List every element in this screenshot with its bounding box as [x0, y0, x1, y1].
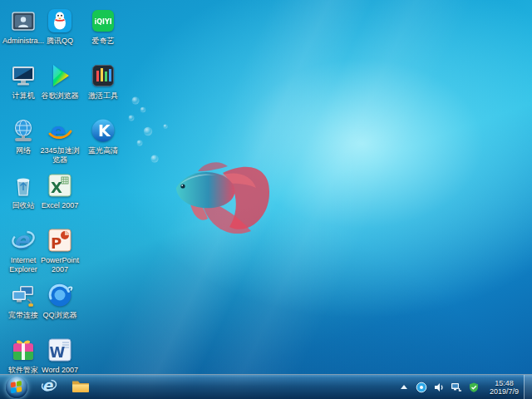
- browser-e-icon: e: [46, 116, 74, 145]
- svg-text:P: P: [51, 234, 62, 252]
- volume-icon[interactable]: [433, 381, 446, 393]
- taskbar-clock[interactable]: 15:48 2019/7/9: [490, 379, 519, 396]
- k-circle-icon: K: [89, 116, 117, 145]
- wallpaper-fish-art: [125, 83, 308, 249]
- icon-label: 谷歌浏览器: [37, 91, 83, 101]
- internet-explorer-icon: e: [9, 226, 37, 254]
- recycle-bin-icon: [9, 171, 37, 200]
- clock-time: 15:48: [490, 379, 519, 387]
- desktop-icon-iqiyi[interactable]: iQIYI 爱奇艺: [80, 7, 126, 46]
- software-manager-icon: [9, 336, 37, 364]
- icon-label: 激活工具: [80, 91, 126, 101]
- desktop-icon-powerpoint[interactable]: P PowerPoint 2007: [37, 226, 83, 274]
- play-triangle-icon: [46, 62, 74, 90]
- internet-explorer-icon: e: [40, 377, 58, 398]
- taskbar-ie-button[interactable]: e: [34, 376, 64, 399]
- svg-text:W: W: [50, 344, 66, 361]
- activation-tool-icon: [89, 62, 117, 90]
- iqiyi-icon: iQIYI: [89, 7, 117, 35]
- computer-icon: [9, 62, 37, 90]
- desktop-icon-activation-tool[interactable]: 激活工具: [80, 62, 126, 101]
- taskbar: e 15:48 2019/7/9: [0, 374, 532, 399]
- windows-flag-icon: [11, 380, 22, 393]
- desktop-icon-2345-browser[interactable]: e 2345加速浏览器: [37, 116, 83, 165]
- start-button[interactable]: [6, 377, 27, 398]
- icon-label: QQ浏览器: [37, 311, 83, 320]
- powerpoint-icon: P: [46, 226, 74, 254]
- icon-label: 2345加速浏览器: [37, 146, 83, 165]
- network-globe-icon: [9, 116, 37, 145]
- show-desktop-button[interactable]: [524, 375, 532, 399]
- qq-penguin-icon: [46, 7, 74, 35]
- desktop: Administra... 计算机 网络 回收站 e Internet Expl…: [0, 0, 532, 399]
- icon-label: 腾讯QQ: [37, 37, 83, 46]
- user-folder-icon: [9, 7, 37, 35]
- svg-text:iQIYI: iQIYI: [95, 18, 112, 26]
- qq-browser-icon: [46, 281, 74, 309]
- svg-text:X: X: [51, 179, 62, 196]
- clock-date: 2019/7/9: [490, 387, 519, 396]
- desktop-icon-chrome[interactable]: 谷歌浏览器: [37, 62, 83, 101]
- desktop-icon-excel[interactable]: X Excel 2007: [37, 171, 83, 210]
- tray-messenger-icon[interactable]: [416, 381, 428, 393]
- svg-text:e: e: [13, 227, 31, 254]
- svg-text:e: e: [51, 118, 66, 144]
- security-shield-icon[interactable]: [468, 381, 480, 393]
- tray-expand-button[interactable]: [401, 385, 407, 389]
- system-tray: 15:48 2019/7/9: [395, 375, 532, 399]
- icon-label: PowerPoint 2007: [37, 256, 83, 274]
- icon-label: 爱奇艺: [80, 37, 126, 46]
- taskbar-explorer-button[interactable]: [66, 376, 96, 399]
- excel-icon: X: [46, 171, 74, 200]
- broadband-connection-icon: [9, 281, 37, 309]
- desktop-icon-qq-browser[interactable]: QQ浏览器: [37, 281, 83, 320]
- icon-label: Excel 2007: [37, 201, 83, 210]
- folder-icon: [71, 377, 91, 397]
- desktop-icon-bluray-k[interactable]: K 蓝光高清: [80, 116, 126, 155]
- network-icon[interactable]: [451, 381, 463, 393]
- icon-label: 蓝光高清: [80, 146, 126, 155]
- svg-text:K: K: [98, 121, 111, 140]
- desktop-icon-word[interactable]: W Word 2007: [37, 336, 83, 375]
- svg-text:e: e: [42, 377, 54, 394]
- desktop-icon-qq[interactable]: 腾讯QQ: [37, 7, 83, 46]
- word-icon: W: [46, 336, 74, 364]
